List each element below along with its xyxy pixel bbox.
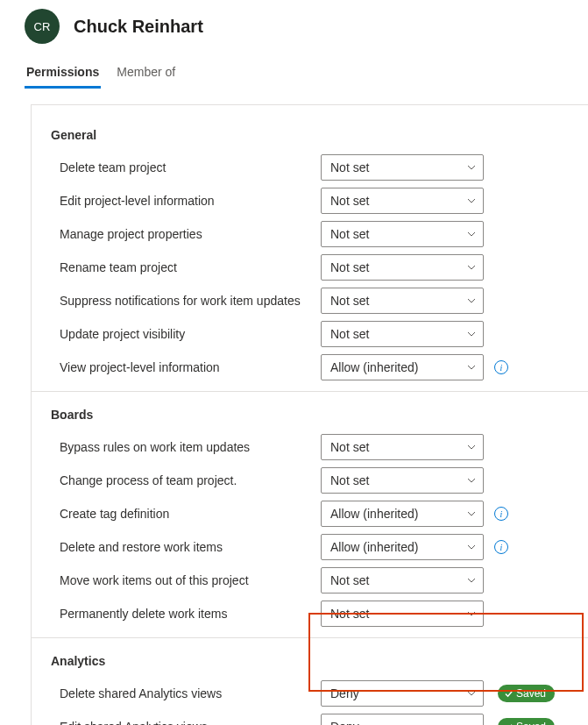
- dropdown-value: Not set: [330, 227, 369, 241]
- permission-row: Delete team projectNot set: [32, 151, 588, 184]
- section-title-analytics: Analytics: [32, 649, 588, 677]
- avatar: CR: [25, 9, 60, 44]
- permission-dropdown[interactable]: Not set: [321, 221, 484, 247]
- saved-label: Saved: [516, 687, 546, 700]
- user-name: Chuck Reinhart: [74, 17, 203, 37]
- chevron-down-icon: [467, 544, 476, 550]
- permission-dropdown[interactable]: Not set: [321, 567, 484, 594]
- permission-label: Move work items out of this project: [60, 573, 321, 587]
- permission-dropdown[interactable]: Deny: [321, 680, 484, 707]
- dropdown-value: Not set: [330, 573, 369, 587]
- check-icon: [505, 690, 513, 698]
- permission-row: Edit project-level informationNot set: [32, 184, 588, 217]
- chevron-down-icon: [467, 230, 476, 238]
- chevron-down-icon: [467, 198, 476, 203]
- dropdown-value: Not set: [330, 194, 369, 208]
- chevron-down-icon: [467, 576, 476, 585]
- permission-label: Edit project-level information: [60, 194, 321, 208]
- permission-label: View project-level information: [60, 360, 321, 374]
- permission-label: Manage project properties: [60, 227, 321, 241]
- chevron-down-icon: [467, 298, 476, 303]
- chevron-down-icon: [467, 476, 476, 485]
- chevron-down-icon: [467, 163, 476, 172]
- chevron-down-icon: [467, 443, 476, 451]
- permission-dropdown[interactable]: Deny: [321, 714, 484, 725]
- divider: [32, 391, 588, 392]
- permission-dropdown[interactable]: Not set: [321, 601, 484, 627]
- dropdown-value: Not set: [330, 440, 369, 454]
- dropdown-value: Deny: [330, 720, 359, 725]
- dropdown-value: Not set: [330, 327, 369, 341]
- chevron-down-icon: [467, 511, 476, 516]
- dropdown-value: Deny: [330, 686, 359, 700]
- tab-permissions[interactable]: Permissions: [25, 60, 101, 89]
- dropdown-value: Not set: [330, 473, 369, 487]
- saved-label: Saved: [516, 721, 546, 725]
- info-icon[interactable]: i: [494, 540, 508, 554]
- permission-label: Bypass rules on work item updates: [60, 440, 321, 454]
- permissions-panel: General Delete team projectNot setEdit p…: [31, 104, 588, 725]
- chevron-down-icon: [467, 509, 476, 518]
- dropdown-value: Allow (inherited): [330, 507, 418, 521]
- chevron-down-icon: [467, 365, 476, 370]
- permission-label: Delete shared Analytics views: [60, 686, 321, 700]
- user-header: CR Chuck Reinhart: [0, 0, 588, 44]
- permission-dropdown[interactable]: Not set: [321, 254, 484, 281]
- permission-row: Delete shared Analytics viewsDenySaved: [32, 677, 588, 710]
- saved-badge: Saved: [498, 685, 555, 702]
- permission-dropdown[interactable]: Allow (inherited): [321, 534, 484, 560]
- permission-row: Permanently delete work itemsNot set: [32, 597, 588, 630]
- chevron-down-icon: [467, 611, 476, 616]
- permission-dropdown[interactable]: Allow (inherited): [321, 501, 484, 527]
- dropdown-value: Not set: [330, 294, 369, 308]
- chevron-down-icon: [467, 543, 476, 551]
- chevron-down-icon: [467, 691, 476, 696]
- chevron-down-icon: [467, 231, 476, 237]
- permission-row: Manage project propertiesNot set: [32, 217, 588, 251]
- permission-label: Delete and restore work items: [60, 540, 321, 554]
- chevron-down-icon: [467, 609, 476, 618]
- tab-memberof[interactable]: Member of: [115, 60, 177, 89]
- permission-dropdown[interactable]: Not set: [321, 321, 484, 347]
- permission-row: View project-level informationAllow (inh…: [32, 351, 588, 384]
- permission-dropdown[interactable]: Not set: [321, 434, 484, 460]
- permission-row: Bypass rules on work item updatesNot set: [32, 430, 588, 464]
- dropdown-value: Not set: [330, 260, 369, 274]
- permission-row: Update project visibilityNot set: [32, 317, 588, 351]
- permission-dropdown[interactable]: Not set: [321, 288, 484, 314]
- chevron-down-icon: [467, 478, 476, 483]
- permission-label: Permanently delete work items: [60, 607, 321, 621]
- permission-dropdown[interactable]: Not set: [321, 188, 484, 214]
- chevron-down-icon: [467, 296, 476, 305]
- dropdown-value: Allow (inherited): [330, 540, 418, 554]
- dropdown-value: Allow (inherited): [330, 360, 418, 374]
- chevron-down-icon: [467, 265, 476, 270]
- chevron-down-icon: [467, 165, 476, 170]
- chevron-down-icon: [467, 363, 476, 372]
- permission-label: Edit shared Analytics views: [60, 720, 321, 725]
- chevron-down-icon: [467, 330, 476, 338]
- permission-label: Update project visibility: [60, 327, 321, 341]
- dropdown-value: Not set: [330, 160, 369, 174]
- permission-label: Change process of team project.: [60, 473, 321, 487]
- chevron-down-icon: [467, 578, 476, 583]
- chevron-down-icon: [467, 331, 476, 337]
- info-icon[interactable]: i: [494, 507, 508, 521]
- tabs: Permissions Member of: [0, 44, 588, 89]
- dropdown-value: Not set: [330, 607, 369, 621]
- permission-dropdown[interactable]: Allow (inherited): [321, 354, 484, 380]
- permission-row: Change process of team project.Not set: [32, 464, 588, 497]
- permission-dropdown[interactable]: Not set: [321, 467, 484, 494]
- permission-label: Delete team project: [60, 160, 321, 174]
- permission-row: Move work items out of this projectNot s…: [32, 564, 588, 597]
- permission-row: Create tag definitionAllow (inherited)i: [32, 497, 588, 530]
- permission-label: Rename team project: [60, 260, 321, 274]
- permission-dropdown[interactable]: Not set: [321, 154, 484, 181]
- info-icon[interactable]: i: [494, 360, 508, 374]
- permission-row: Edit shared Analytics viewsDenySaved: [32, 710, 588, 725]
- divider: [32, 637, 588, 638]
- saved-badge: Saved: [498, 718, 555, 725]
- permission-label: Create tag definition: [60, 507, 321, 521]
- permission-row: Delete and restore work itemsAllow (inhe…: [32, 530, 588, 564]
- chevron-down-icon: [467, 196, 476, 205]
